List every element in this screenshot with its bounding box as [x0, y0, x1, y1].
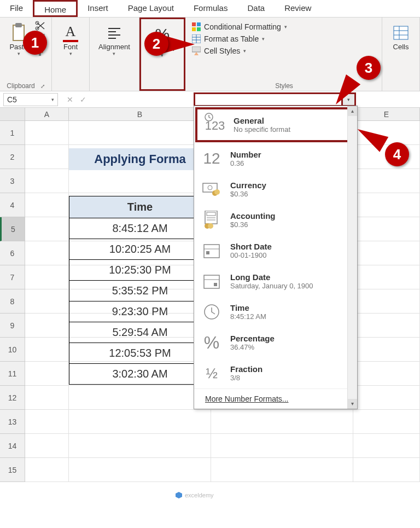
table-row[interactable]: 3:02:30 AM	[69, 364, 211, 385]
select-all-corner[interactable]	[0, 108, 25, 120]
table-row[interactable]: 5:29:54 AM	[69, 322, 211, 343]
row-header[interactable]: 8	[0, 289, 25, 314]
row-header[interactable]: 3	[0, 169, 25, 193]
group-cells: Cells	[382, 18, 420, 91]
grid-row: 14	[0, 434, 420, 458]
dropdown-scrollbar[interactable]: ▴ ▾	[347, 106, 357, 409]
col-header-e[interactable]: E	[353, 108, 420, 120]
cell[interactable]	[69, 386, 211, 410]
row-header[interactable]: 6	[0, 241, 25, 265]
cell[interactable]	[353, 458, 420, 482]
row-header[interactable]: 4	[0, 193, 25, 217]
tab-review[interactable]: Review	[275, 0, 321, 17]
cell[interactable]	[25, 169, 69, 193]
table-row[interactable]: 12:05:53 PM	[69, 343, 211, 364]
cell[interactable]	[69, 169, 211, 193]
cell[interactable]	[353, 434, 420, 458]
font-button[interactable]: A Font ▾	[57, 21, 84, 59]
cell[interactable]	[25, 289, 69, 314]
cell[interactable]	[211, 434, 353, 458]
number-format-short-date[interactable]: Short Date00-01-1900	[194, 235, 357, 266]
cell[interactable]	[25, 265, 69, 289]
cell[interactable]	[25, 386, 69, 410]
cell[interactable]	[353, 386, 420, 410]
scroll-down-icon[interactable]: ▾	[348, 399, 357, 409]
name-box[interactable]: C5 ▾	[3, 93, 58, 106]
row-header[interactable]: 12	[0, 386, 25, 410]
table-row[interactable]: 5:35:52 PM	[69, 281, 211, 301]
cell[interactable]	[353, 362, 420, 386]
cell[interactable]	[353, 314, 420, 338]
number-format-percentage[interactable]: %Percentage36.47%	[194, 327, 357, 358]
cell[interactable]	[25, 338, 69, 362]
table-row[interactable]: 10:25:30 PM	[69, 260, 211, 281]
cell[interactable]	[25, 434, 69, 458]
table-row[interactable]: 9:23:30 PM	[69, 301, 211, 322]
number-format-fraction[interactable]: ½Fraction3/8	[194, 358, 357, 388]
conditional-formatting-button[interactable]: Conditional Formatting▾	[192, 22, 287, 31]
table-row[interactable]: 10:20:25 AM	[69, 239, 211, 260]
cell[interactable]	[25, 314, 69, 338]
dialog-launcher-icon[interactable]: ⤢	[40, 83, 45, 89]
row-header[interactable]: 2	[0, 145, 25, 169]
tab-data[interactable]: Data	[237, 0, 275, 17]
table-row[interactable]: 8:45:12 AM	[69, 218, 211, 239]
cell[interactable]	[353, 217, 420, 241]
number-format-long-date[interactable]: Long DateSaturday, January 0, 1900	[194, 266, 357, 297]
number-format-time[interactable]: Time8:45:12 AM	[194, 297, 357, 327]
cell[interactable]	[25, 458, 69, 482]
row-header[interactable]: 9	[0, 314, 25, 338]
row-header[interactable]: 10	[0, 338, 25, 362]
cell[interactable]	[353, 289, 420, 314]
number-format-number[interactable]: 12Number0.36	[194, 143, 357, 174]
cell[interactable]	[69, 121, 211, 145]
cell[interactable]	[25, 410, 69, 434]
row-header[interactable]: 15	[0, 458, 25, 482]
cell[interactable]	[353, 241, 420, 265]
cell[interactable]	[353, 265, 420, 289]
number-format-accounting[interactable]: Accounting$0.36	[194, 205, 357, 235]
cell[interactable]	[353, 410, 420, 434]
cell[interactable]	[353, 169, 420, 193]
cell[interactable]	[25, 241, 69, 265]
more-number-formats-link[interactable]: More Number Formats...	[194, 388, 357, 409]
tab-page-layout[interactable]: Page Layout	[118, 0, 184, 17]
cell[interactable]	[69, 410, 211, 434]
cancel-icon[interactable]: ✕	[67, 95, 73, 104]
cell[interactable]	[25, 362, 69, 386]
number-format-selector[interactable]: ▾	[194, 92, 343, 107]
cell-styles-button[interactable]: Cell Styles▾	[192, 47, 246, 55]
number-format-general[interactable]: 123GeneralNo specific format	[195, 107, 356, 142]
row-header[interactable]: 7	[0, 265, 25, 289]
tab-insert[interactable]: Insert	[78, 0, 118, 17]
row-header[interactable]: 5	[0, 217, 25, 241]
row-header[interactable]: 11	[0, 362, 25, 386]
enter-icon[interactable]: ✓	[80, 95, 86, 104]
row-header[interactable]: 1	[0, 121, 25, 145]
row-header[interactable]: 13	[0, 410, 25, 434]
number-format-currency[interactable]: Currency$0.36	[194, 174, 357, 205]
alignment-button[interactable]: Alignment ▾	[95, 21, 133, 59]
cell[interactable]	[25, 121, 69, 145]
cell[interactable]	[69, 434, 211, 458]
tab-home[interactable]: Home	[33, 0, 78, 17]
col-header-a[interactable]: A	[25, 108, 69, 120]
scroll-up-icon[interactable]: ▴	[348, 106, 357, 116]
col-header-b[interactable]: B	[69, 108, 211, 120]
tab-file[interactable]: File	[0, 0, 33, 17]
cell[interactable]	[211, 458, 353, 482]
cell[interactable]	[25, 217, 69, 241]
cell[interactable]	[353, 338, 420, 362]
format-as-table-button[interactable]: Format as Table▾	[192, 34, 265, 43]
cell[interactable]	[25, 145, 69, 169]
cell[interactable]	[69, 458, 211, 482]
cut-icon[interactable]	[35, 21, 46, 31]
svg-point-35	[208, 223, 213, 229]
row-header[interactable]: 14	[0, 434, 25, 458]
cells-button[interactable]: Cells	[388, 21, 414, 53]
cell[interactable]	[353, 193, 420, 217]
format-icon	[201, 210, 223, 230]
cell[interactable]	[211, 410, 353, 434]
tab-formulas[interactable]: Formulas	[184, 0, 238, 17]
cell[interactable]	[25, 193, 69, 217]
